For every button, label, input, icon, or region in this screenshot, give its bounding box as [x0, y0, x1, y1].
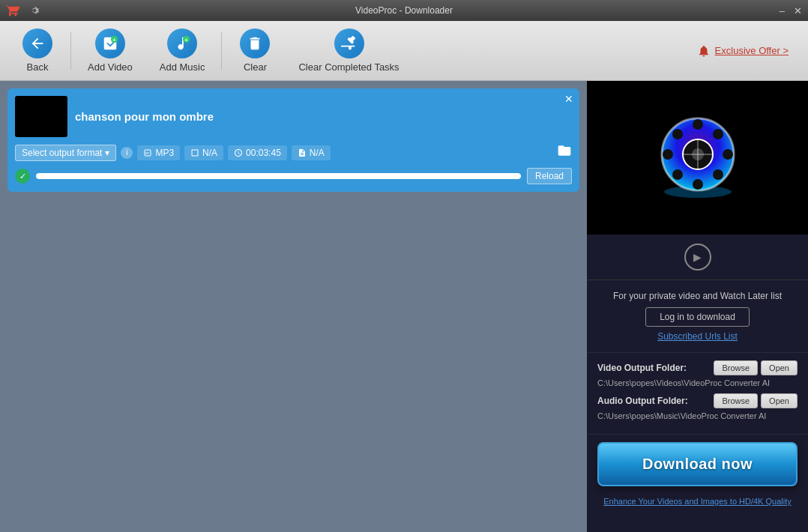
clear-completed-button[interactable]: Clear Completed Tasks	[285, 22, 412, 79]
output-section: Video Output Folder: Browse Open C:\User…	[587, 353, 808, 435]
card-thumbnail	[15, 96, 67, 137]
play-button[interactable]: ▶	[684, 244, 711, 270]
svg-point-13	[663, 149, 673, 160]
cart-icon	[6, 4, 19, 17]
format-value: MP3	[155, 148, 174, 158]
info-badge: i	[121, 147, 133, 159]
folder-button[interactable]	[557, 143, 572, 162]
broom-icon	[341, 35, 358, 52]
audio-output-label: Audio Output Folder:	[597, 396, 711, 406]
video-output-row: Video Output Folder: Browse Open	[597, 360, 798, 375]
clear-completed-icon-circle	[334, 28, 364, 58]
settings-icon[interactable]	[28, 4, 40, 16]
format-selector-label: Select output format	[22, 148, 102, 158]
video-browse-button[interactable]: Browse	[714, 360, 758, 375]
back-icon	[29, 35, 46, 52]
add-video-icon: +	[102, 35, 118, 52]
format-badge: MP MP3	[137, 145, 180, 160]
separator-1	[70, 32, 71, 70]
exclusive-offer-area[interactable]: Exclusive Offer >	[697, 44, 801, 58]
toolbar: Back + Add Video + Add Music	[0, 21, 808, 81]
enhance-link-area: Enhance Your Videos and Images to HD/4K …	[587, 494, 808, 515]
svg-text:+: +	[112, 37, 115, 43]
card-meta: Select output format ▾ i MP MP3 N/A	[15, 143, 572, 162]
trash-icon	[247, 35, 263, 52]
window-controls: – ✕	[780, 0, 802, 21]
minimize-button[interactable]: –	[780, 6, 785, 16]
add-music-label: Add Music	[160, 61, 205, 73]
reload-button[interactable]: Reload	[527, 168, 572, 184]
back-button[interactable]: Back	[7, 22, 67, 79]
video-output-path: C:\Users\popes\Videos\VideoProc Converte…	[597, 378, 798, 387]
clear-icon-circle	[240, 28, 270, 58]
subscribed-urls-link[interactable]: Subscribed Urls List	[597, 331, 798, 342]
format-selector[interactable]: Select output format ▾	[15, 145, 116, 161]
svg-text:MP: MP	[145, 152, 150, 155]
progress-row: ✓ Reload	[15, 168, 572, 184]
audio-output-row: Audio Output Folder: Browse Open	[597, 393, 798, 408]
back-label: Back	[27, 61, 49, 73]
svg-point-15	[672, 129, 683, 139]
clear-completed-label: Clear Completed Tasks	[298, 61, 399, 73]
right-panel: ▶ For your private video and Watch Later…	[587, 81, 808, 532]
title-bar-title: VideoProc - Downloader	[355, 5, 453, 16]
progress-check: ✓	[15, 169, 30, 184]
resolution-value: N/A	[202, 148, 217, 158]
progress-bar-fill	[36, 173, 521, 179]
svg-point-11	[693, 119, 703, 130]
audio-output-path: C:\Users\popes\Music\VideoProc Converter…	[597, 411, 798, 420]
file-icon	[298, 148, 307, 157]
add-video-button[interactable]: + Add Video	[74, 22, 146, 79]
duration-badge: 00:03:45	[228, 145, 287, 160]
add-music-icon: +	[174, 35, 190, 52]
title-bar: VideoProc - Downloader – ✕	[0, 0, 808, 21]
resolution-badge: N/A	[184, 145, 223, 160]
separator-2	[221, 32, 222, 70]
clock-icon	[234, 148, 243, 157]
size-value: N/A	[310, 148, 325, 158]
audio-browse-button[interactable]: Browse	[714, 393, 758, 408]
video-output-label: Video Output Folder:	[597, 363, 711, 373]
download-card: ✕ chanson pour mon ombre Select output f…	[7, 88, 579, 192]
svg-point-18	[713, 169, 723, 180]
card-close-button[interactable]: ✕	[564, 93, 573, 105]
progress-bar-container	[36, 173, 521, 179]
title-bar-icons	[6, 0, 40, 21]
clear-label: Clear	[244, 61, 267, 73]
exclusive-offer-text[interactable]: Exclusive Offer >	[715, 45, 789, 56]
login-section: For your private video and Watch Later l…	[587, 280, 808, 353]
video-preview	[587, 81, 808, 235]
play-button-area: ▶	[587, 235, 808, 280]
svg-point-12	[693, 179, 703, 190]
add-music-icon-circle: +	[167, 28, 197, 58]
svg-point-17	[672, 169, 683, 180]
size-badge: N/A	[292, 145, 331, 160]
format-icon: MP	[143, 148, 152, 157]
add-video-icon-circle: +	[95, 28, 125, 58]
svg-text:+: +	[184, 37, 187, 43]
close-button[interactable]: ✕	[794, 6, 802, 16]
play-icon: ▶	[693, 251, 702, 263]
folder-icon	[557, 143, 572, 158]
clear-button[interactable]: Clear	[225, 22, 285, 79]
format-dropdown-arrow: ▾	[105, 148, 109, 158]
audio-open-button[interactable]: Open	[761, 393, 798, 408]
reel-icon	[653, 113, 743, 203]
back-icon-circle	[22, 28, 52, 58]
duration-value: 00:03:45	[246, 148, 281, 158]
enhance-link[interactable]: Enhance Your Videos and Images to HD/4K …	[603, 497, 792, 506]
bell-icon	[697, 44, 711, 58]
video-open-button[interactable]: Open	[761, 360, 798, 375]
download-now-button[interactable]: Download now	[597, 442, 798, 486]
svg-point-16	[713, 129, 723, 139]
add-music-button[interactable]: + Add Music	[146, 22, 219, 79]
resolution-icon	[190, 148, 199, 157]
login-button[interactable]: Log in to download	[645, 307, 750, 327]
card-header: chanson pour mon ombre	[15, 96, 572, 137]
left-panel: ✕ chanson pour mon ombre Select output f…	[0, 81, 587, 532]
svg-point-14	[723, 149, 733, 160]
login-description: For your private video and Watch Later l…	[597, 291, 798, 301]
add-video-label: Add Video	[88, 61, 133, 73]
card-title: chanson pour mon ombre	[75, 110, 572, 123]
main-content: ✕ chanson pour mon ombre Select output f…	[0, 81, 808, 532]
